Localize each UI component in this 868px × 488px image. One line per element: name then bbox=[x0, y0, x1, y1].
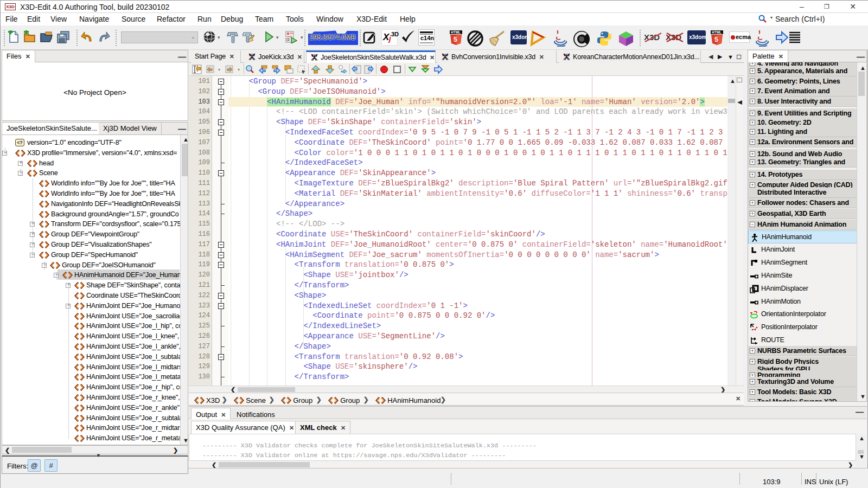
svg-text:5: 5 bbox=[454, 36, 457, 43]
svg-text:5: 5 bbox=[714, 36, 718, 43]
svg-text:HTML: HTML bbox=[451, 30, 461, 34]
svg-text:HTML: HTML bbox=[712, 30, 722, 34]
